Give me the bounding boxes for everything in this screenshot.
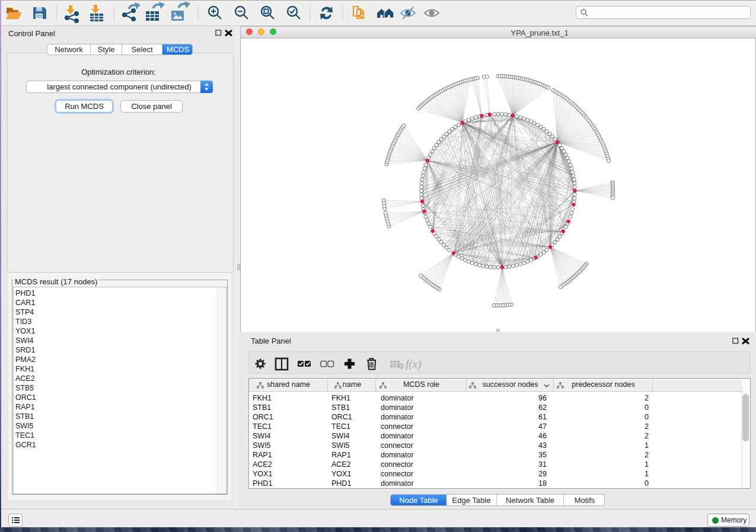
svg-text:f(x): f(x): [406, 358, 421, 371]
